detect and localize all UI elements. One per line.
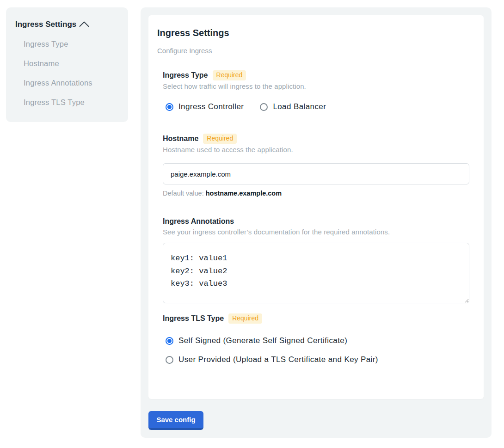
- sidebar-header-label: Ingress Settings: [15, 20, 76, 29]
- sidebar: Ingress Settings Ingress Type Hostname I…: [6, 7, 128, 122]
- required-badge: Required: [203, 134, 237, 144]
- radio-option-self-signed[interactable]: Self Signed (Generate Self Signed Certif…: [166, 336, 469, 345]
- ingress-settings-card: Ingress Settings Configure Ingress Ingre…: [148, 15, 484, 399]
- save-config-button[interactable]: Save config: [148, 411, 203, 430]
- sidebar-item-ingress-annotations[interactable]: Ingress Annotations: [15, 78, 119, 87]
- chevron-up-icon: [78, 20, 90, 29]
- hostname-default-line: Default value: hostname.example.com: [163, 190, 469, 197]
- required-badge: Required: [228, 313, 262, 324]
- section-hostname: Hostname Required Hostname used to acces…: [163, 134, 469, 197]
- required-badge: Required: [213, 70, 246, 80]
- hostname-heading: Hostname: [163, 134, 198, 143]
- sidebar-header-ingress-settings[interactable]: Ingress Settings: [15, 20, 119, 29]
- hostname-input[interactable]: [163, 163, 469, 184]
- radio-unselected-icon[interactable]: [260, 103, 268, 111]
- ingress-annotations-description: See your ingress controller’s documentat…: [163, 228, 469, 236]
- section-ingress-tls-type: Ingress TLS Type Required Self Signed (G…: [163, 313, 469, 364]
- radio-selected-icon[interactable]: [166, 103, 173, 111]
- section-ingress-type: Ingress Type Required Select how traffic…: [163, 70, 469, 111]
- radio-option-ingress-controller[interactable]: Ingress Controller: [166, 102, 244, 111]
- main-panel: Ingress Settings Configure Ingress Ingre…: [141, 7, 492, 438]
- radio-unselected-icon[interactable]: [166, 356, 173, 364]
- ingress-tls-type-heading: Ingress TLS Type: [163, 314, 224, 323]
- default-value-text: hostname.example.com: [206, 190, 282, 197]
- ingress-type-heading: Ingress Type: [163, 71, 208, 80]
- page-subtitle: Configure Ingress: [157, 47, 469, 55]
- radio-option-load-balancer[interactable]: Load Balancer: [260, 102, 326, 111]
- ingress-annotations-heading: Ingress Annotations: [163, 217, 234, 226]
- hostname-description: Hostname used to access the application.: [163, 146, 469, 154]
- sidebar-item-hostname[interactable]: Hostname: [15, 59, 119, 68]
- ingress-type-description: Select how traffic will ingress to the a…: [163, 82, 469, 91]
- page-title: Ingress Settings: [157, 28, 469, 38]
- ingress-annotations-textarea[interactable]: key1: value1 key2: value2 key3: value3: [163, 243, 469, 303]
- section-ingress-annotations: Ingress Annotations See your ingress con…: [163, 217, 469, 303]
- radio-option-user-provided[interactable]: User Provided (Upload a TLS Certificate …: [166, 355, 469, 364]
- sidebar-item-ingress-type[interactable]: Ingress Type: [15, 39, 119, 49]
- radio-selected-icon[interactable]: [166, 337, 173, 345]
- default-value-label: Default value:: [163, 190, 204, 197]
- sidebar-item-ingress-tls-type[interactable]: Ingress TLS Type: [15, 98, 119, 107]
